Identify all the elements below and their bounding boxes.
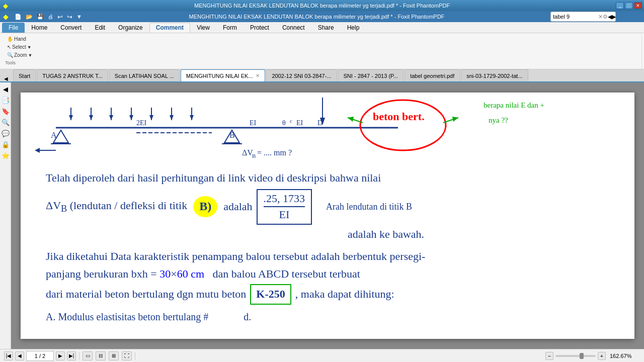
tab-form[interactable]: Form xyxy=(216,23,244,33)
svg-text:ΔV: ΔV xyxy=(242,148,253,157)
zoom-controls: − + 162.67% xyxy=(545,352,640,360)
zoom-dropdown-icon[interactable]: ▼ xyxy=(28,53,33,58)
svg-marker-33 xyxy=(35,148,40,153)
tab-menghitung[interactable]: MENGHITUNG NILAI EK... ✕ xyxy=(181,69,266,81)
tab-help[interactable]: Help xyxy=(341,23,366,33)
window-controls: ⎯ □ ✕ xyxy=(616,2,642,9)
minimize-button[interactable]: ⎯ xyxy=(616,2,624,9)
select-tool-button[interactable]: ↖ Select ▼ xyxy=(5,43,34,51)
qa-undo[interactable]: ↩ xyxy=(56,13,64,21)
tab-sni03-2847[interactable]: 2002-12 SNI 03-2847-... xyxy=(266,69,337,81)
tab-comment[interactable]: Comment xyxy=(149,23,190,33)
sidebar-btn-5[interactable]: 💬 xyxy=(1,129,10,138)
svg-marker-7 xyxy=(89,115,93,120)
tab-share[interactable]: Share xyxy=(311,23,341,33)
maximize-button[interactable]: □ xyxy=(625,2,633,9)
hand-tool-button[interactable]: ✋ Hand xyxy=(5,35,34,43)
svg-text:θ: θ xyxy=(282,119,286,127)
pdf-line-6: dari material beton bertulang dgn mutu b… xyxy=(46,284,619,305)
svg-marker-11 xyxy=(129,115,133,120)
continuous-page-btn[interactable]: ⊟ xyxy=(96,351,106,360)
svg-text:B: B xyxy=(229,131,235,139)
svg-text:D: D xyxy=(317,119,323,127)
pdf-text-content: Telah diperoleh dari hasil perhitungan d… xyxy=(46,170,619,324)
svg-marker-17 xyxy=(190,115,194,120)
svg-text:= .... mm ?: = .... mm ? xyxy=(257,148,292,157)
search-clear-button[interactable]: ✕ xyxy=(598,14,603,20)
qa-print[interactable]: 🖨 xyxy=(47,14,54,20)
svg-text:nya ??: nya ?? xyxy=(489,116,508,124)
qa-new[interactable]: 📄 xyxy=(14,14,23,20)
zoom-level: 162.67% xyxy=(610,353,640,359)
search-next-icon[interactable]: ▶ xyxy=(612,14,616,20)
statusbar: |◀ ◀ ▶ ▶| ▭ ⊟ ⊞ ⛶ − + 162.67% xyxy=(0,349,644,362)
zoom-slider[interactable] xyxy=(555,355,596,357)
document-tabbar: ◀ Start TUGAS 2 ANSTRUK T... Scan LATIHA… xyxy=(0,69,644,82)
facing-page-btn[interactable]: ⊞ xyxy=(109,351,119,360)
first-page-btn[interactable]: |◀ xyxy=(4,351,13,360)
qa-more[interactable]: ▼ xyxy=(75,14,83,20)
select-dropdown-icon[interactable]: ▼ xyxy=(27,45,32,50)
search-prev-icon[interactable]: ◀ xyxy=(608,14,612,20)
next-page-btn[interactable]: ▶ xyxy=(56,351,65,360)
tab-tugas2[interactable]: TUGAS 2 ANSTRUK T... xyxy=(37,69,108,81)
sidebar-btn-4[interactable]: 🔍 xyxy=(1,118,10,127)
toolbar-ribbon: ✋ Hand ↖ Select ▼ 🔍 Zoom ▼ Tools T T T 📝… xyxy=(0,33,644,69)
svg-marker-15 xyxy=(170,115,174,120)
tab-protect[interactable]: Protect xyxy=(244,23,276,33)
pdf-line-5: panjang berukuran bxh = 30×60 cm dan bal… xyxy=(46,266,619,282)
zoom-tool-button[interactable]: 🔍 Zoom ▼ xyxy=(5,51,34,59)
quick-access-toolbar: ◆ 📄 📂 💾 🖨 ↩ ↪ ▼ MENGHITUNG NILAI EKSAK L… xyxy=(0,11,644,22)
tab-close-menghitung[interactable]: ✕ xyxy=(256,73,260,78)
svg-text:B: B xyxy=(252,153,256,159)
sidebar-btn-6[interactable]: 🔒 xyxy=(1,140,10,149)
app-title-center: MENGHITUNG NILAI EKSAK LENDUTAN BALOK be… xyxy=(189,14,445,20)
svg-text:berapa nilai E dan +: berapa nilai E dan + xyxy=(484,101,544,109)
tab-sni-1729[interactable]: sni-03-1729-2002-tat... xyxy=(461,69,528,81)
tab-convert[interactable]: Convert xyxy=(54,23,88,33)
sidebar-btn-1[interactable]: ◀ xyxy=(1,84,10,94)
structure-diagram: A B 2EI EI θ c EI D ΔV B = .... mm ? bet… xyxy=(21,93,634,173)
search-input[interactable] xyxy=(553,14,598,20)
tab-scroll-left[interactable]: ◀ xyxy=(4,76,8,81)
tab-start[interactable]: Start xyxy=(13,69,36,81)
sidebar-btn-2[interactable]: 📑 xyxy=(1,96,10,105)
prev-page-btn[interactable]: ◀ xyxy=(15,351,24,360)
status-separator-1 xyxy=(79,352,79,360)
pdf-line-1: Telah diperoleh dari hasil perhitungan d… xyxy=(46,170,619,186)
qa-save[interactable]: 💾 xyxy=(36,14,45,20)
app-title: MENGHITUNG NILAI EKSAK LENDUTAN BALOK be… xyxy=(194,3,450,9)
qa-redo[interactable]: ↪ xyxy=(66,13,73,21)
sidebar-btn-3[interactable]: 🔖 xyxy=(1,107,10,116)
tab-home[interactable]: Home xyxy=(25,23,54,33)
tab-connect[interactable]: Connect xyxy=(276,23,311,33)
svg-text:beton bert.: beton bert. xyxy=(373,110,425,123)
page-number-input[interactable] xyxy=(26,351,54,361)
tab-file[interactable]: File xyxy=(2,23,25,33)
pdf-line-3: adalah ke bawah. xyxy=(46,227,619,242)
select-icon: ↖ xyxy=(7,44,11,50)
title-bar: ◆ MENGHITUNG NILAI EKSAK LENDUTAN BALOK … xyxy=(0,0,644,11)
zoom-out-btn[interactable]: − xyxy=(545,352,553,360)
zoom-in-btn[interactable]: + xyxy=(598,352,606,360)
pdf-line-4: Jika diketahui Data karakteristik penamp… xyxy=(46,249,619,264)
tools-group-label: Tools xyxy=(5,60,16,66)
tab-tabel-geometri[interactable]: tabel geometri.pdf xyxy=(405,69,460,81)
full-screen-btn[interactable]: ⛶ xyxy=(122,351,132,360)
tab-scan[interactable]: Scan LATIHAN SOAL ... xyxy=(109,69,180,81)
pdf-content-area: A B 2EI EI θ c EI D ΔV B = .... mm ? bet… xyxy=(11,82,644,349)
tab-organize[interactable]: Organize xyxy=(112,23,149,33)
tab-sni-2847-2013[interactable]: SNI - 2847 - 2013 (P... xyxy=(338,69,404,81)
last-page-btn[interactable]: ▶| xyxy=(67,351,76,360)
tab-edit[interactable]: Edit xyxy=(88,23,112,33)
tab-view[interactable]: View xyxy=(190,23,216,33)
single-page-btn[interactable]: ▭ xyxy=(83,351,93,360)
hand-icon: ✋ xyxy=(7,36,13,42)
svg-marker-9 xyxy=(109,115,113,120)
close-button[interactable]: ✕ xyxy=(634,2,642,9)
qa-open[interactable]: 📂 xyxy=(25,14,34,20)
search-options-icon[interactable]: ⚙ xyxy=(603,14,608,20)
status-separator-2 xyxy=(135,352,135,360)
sidebar-btn-7[interactable]: ⭐ xyxy=(1,151,10,160)
zoom-thumb xyxy=(580,353,584,359)
